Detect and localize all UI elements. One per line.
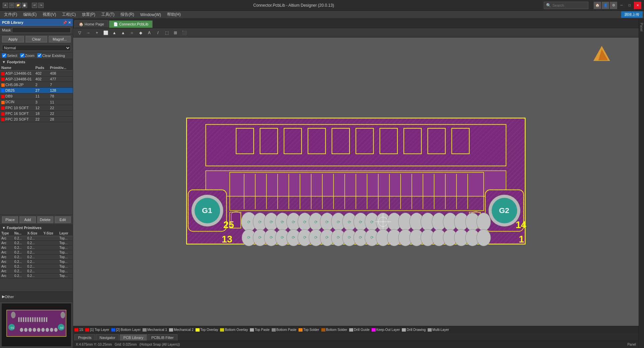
menu-reports[interactable]: 报告(R) — [118, 11, 137, 18]
table-tool-button[interactable]: ⊞ — [172, 29, 179, 37]
menu-file[interactable]: 文件(F) — [1, 11, 20, 18]
apply-button[interactable]: Apply — [2, 36, 24, 43]
place-button[interactable]: Place — [2, 216, 18, 223]
table-row[interactable]: DB25 27 128 — [0, 88, 73, 93]
table-row[interactable]: CH5.08-2P 2 7 — [0, 82, 73, 88]
table-row[interactable]: ASP-134488-01 402 477 — [0, 76, 73, 82]
undo-icon[interactable]: ↩ — [32, 3, 37, 8]
filter-tool-button[interactable]: ▽ — [76, 29, 83, 37]
list-item[interactable]: Arc 0.2... 0.2... Top... — [0, 236, 73, 241]
other-section[interactable]: ▶ Other — [0, 292, 73, 302]
plus-tool-button[interactable]: + — [93, 29, 101, 37]
tab-connector-pcblib[interactable]: 📄 Connector.PcbLib — [109, 20, 153, 28]
layer-drill-drawing[interactable]: Drill Drawing — [402, 328, 426, 332]
text-tool-button[interactable]: A — [146, 29, 153, 37]
fp-name: CH5.08-2P — [0, 82, 34, 88]
rect-tool-button[interactable]: ⬜ — [102, 29, 109, 37]
menu-window[interactable]: Window(W) — [138, 11, 164, 18]
close-button[interactable]: ✕ — [634, 2, 641, 9]
window-controls: 🏠 👤 ⚙ ─ □ ✕ — [594, 2, 641, 9]
layer-multi[interactable]: Multi-Layer — [428, 328, 449, 332]
search-input[interactable] — [552, 3, 586, 7]
tab-pcblib-filter[interactable]: PCBLIB Filter — [148, 334, 177, 341]
table-row[interactable]: DCIN 3 11 — [0, 99, 73, 105]
menu-view[interactable]: 视图(V) — [40, 11, 59, 18]
menu-tools[interactable]: 工具(T) — [99, 11, 117, 18]
layer-top-solder[interactable]: Top Solder — [299, 328, 319, 332]
pin-icon[interactable]: 📌 — [63, 21, 67, 24]
list-item[interactable]: Arc 0.2... 0.2... Top... — [0, 255, 73, 260]
list-item[interactable]: Arc 0.2... 0.2... Top... — [0, 246, 73, 250]
layer-mech1[interactable]: Mechanical 1 — [143, 328, 167, 332]
layer-drill-guide[interactable]: Drill Guide — [349, 328, 370, 332]
layer-bottom-paste[interactable]: Bottom Paste — [272, 328, 297, 332]
minimize-button[interactable]: ─ — [618, 2, 625, 9]
fp-prims: 408 — [49, 71, 73, 76]
list-item[interactable]: Arc 0.2... 0.2... Top... — [0, 269, 73, 274]
list-item[interactable]: Arc 0.2... 0.2... Top... — [0, 274, 73, 278]
circle-tool-button[interactable]: ○ — [128, 29, 136, 37]
menu-edit[interactable]: 编辑(E) — [20, 11, 39, 18]
clear-existing-checkbox[interactable] — [37, 53, 42, 58]
tab-home[interactable]: 🏠 Home Page — [74, 20, 108, 28]
fill2-tool-button[interactable]: ⬛ — [180, 29, 188, 37]
prim-ysize — [42, 269, 58, 274]
diamond-tool-button[interactable]: ◆ — [137, 29, 144, 37]
layer-bottom[interactable]: [2] Bottom Layer — [111, 328, 141, 332]
poly-tool-button[interactable]: ▲ — [111, 29, 118, 37]
cloud-upload-button[interactable]: 跳转上传 — [621, 11, 643, 18]
fill-tool-button[interactable]: ▲ — [119, 29, 127, 37]
delete-button[interactable]: Delete — [37, 216, 53, 223]
svg-point-106 — [477, 213, 491, 230]
table-row[interactable]: FPC 10 SOFT 12 22 — [0, 105, 73, 111]
prim-type: Arc — [0, 250, 13, 255]
arrow-tool-button[interactable]: → — [85, 29, 92, 37]
svg-rect-11 — [35, 317, 36, 322]
layer-keepout[interactable]: Keep-Out Layer — [372, 328, 400, 332]
list-item[interactable]: Arc 0.2... 0.2... Top... — [0, 241, 73, 246]
search-box[interactable]: 🔍 — [544, 2, 588, 9]
layer-top[interactable]: [1] Top Layer — [85, 328, 109, 332]
menu-project[interactable]: 工程(C) — [59, 11, 78, 18]
edit-button[interactable]: Edit — [55, 216, 71, 223]
mode-select[interactable]: Normal — [2, 45, 71, 51]
mask-input[interactable] — [12, 27, 71, 33]
menu-place[interactable]: 放置(P) — [79, 11, 98, 18]
grid-tool-button[interactable]: ⬚ — [163, 29, 170, 37]
select-checkbox[interactable] — [2, 53, 6, 58]
pcb-canvas[interactable]: G1 G2 25 14 — [73, 38, 639, 326]
redo-icon[interactable]: ↪ — [38, 3, 44, 8]
layer-mech2[interactable]: Mechanical 2 — [169, 328, 194, 332]
line-tool-button[interactable]: / — [154, 29, 162, 37]
clear-button[interactable]: Clear — [25, 36, 48, 43]
layer-bottom-overlay[interactable]: Bottom Overlay — [220, 328, 248, 332]
layer-bottom-solder[interactable]: Bottom Solder — [321, 328, 347, 332]
tab-navigator[interactable]: Navigator — [96, 334, 119, 341]
home-icon[interactable]: 🏠 — [594, 2, 601, 9]
list-item[interactable]: Arc 0.2... 0.2... Top... — [0, 264, 73, 269]
table-row[interactable]: DB9 11 78 — [0, 93, 73, 99]
maximize-button[interactable]: □ — [626, 2, 633, 9]
user-icon[interactable]: 👤 — [602, 2, 609, 9]
layer-top-paste[interactable]: Top Paste — [250, 328, 269, 332]
panel-side-label[interactable]: Panel — [640, 23, 643, 31]
prim-layer: Top... — [58, 260, 73, 264]
table-row[interactable]: FPC 16 SOFT 18 22 — [0, 111, 73, 116]
svg-text:⟳: ⟳ — [348, 235, 351, 240]
menu-help[interactable]: 帮助(H) — [164, 11, 183, 18]
add-button[interactable]: Add — [19, 216, 36, 223]
footprints-header[interactable]: ▼ Footprints — [0, 59, 73, 65]
layer-top-overlay[interactable]: Top Overlay — [196, 328, 218, 332]
primitives-header[interactable]: ▼ Footprint Primitives — [0, 225, 73, 231]
gear-icon[interactable]: ⚙ — [610, 2, 617, 9]
tab-pcb-library[interactable]: PCB Library — [120, 334, 147, 341]
list-item[interactable]: Arc 0.2... 0.2... Top... — [0, 260, 73, 264]
magnify-button[interactable]: Magnif... — [49, 36, 71, 43]
table-row[interactable]: FPC 20 SOFT 22 28 — [0, 116, 73, 122]
list-item[interactable]: Arc 0.2... 0.2... Top... — [0, 250, 73, 255]
zoom-checkbox[interactable] — [20, 53, 24, 58]
table-row[interactable]: ASP-134486-01 402 408 — [0, 71, 73, 76]
tab-projects[interactable]: Projects — [74, 334, 95, 341]
layer-1s[interactable]: 1S — [74, 328, 83, 332]
close-panel-icon[interactable]: ✕ — [68, 21, 71, 24]
